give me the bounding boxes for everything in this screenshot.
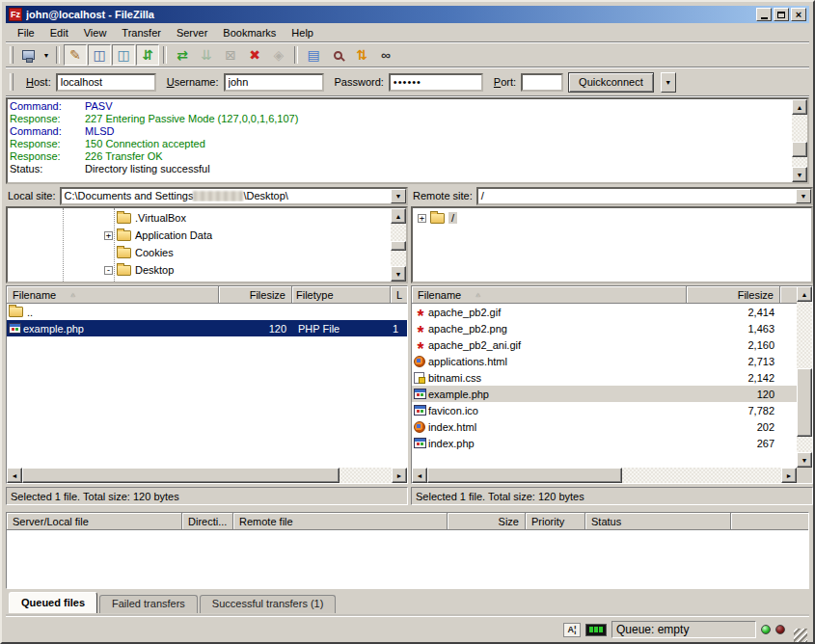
local-site-label: Local site: xyxy=(6,190,56,201)
quickconnect-bar: Host: Username: Password: Port: Quickcon… xyxy=(6,68,809,95)
minimize-button[interactable] xyxy=(756,8,772,21)
password-input[interactable] xyxy=(389,73,483,92)
filter-button[interactable]: ▤ xyxy=(302,44,325,66)
column-last-modified[interactable]: L xyxy=(391,286,407,304)
disconnect-button[interactable]: ✖ xyxy=(243,44,266,66)
close-button[interactable]: × xyxy=(791,8,806,21)
column-filesize[interactable]: Filesize xyxy=(687,286,780,304)
menu-bookmarks[interactable]: Bookmarks xyxy=(215,25,284,40)
remote-path: / xyxy=(478,190,796,201)
local-site-combo[interactable]: C:\Documents and Settings\Desktop\ ▼ xyxy=(60,187,408,205)
column-size[interactable]: Size xyxy=(448,513,526,530)
collapse-icon[interactable]: - xyxy=(104,266,113,275)
username-input[interactable] xyxy=(224,73,324,92)
column-direction[interactable]: Directi... xyxy=(182,513,233,530)
file-row-example-php[interactable]: example.php 120 PHP File 1 xyxy=(7,320,407,336)
file-row[interactable]: apache_pb2.png1,463 xyxy=(412,320,797,336)
scroll-left-button[interactable]: ◄ xyxy=(412,468,427,483)
process-queue-button[interactable]: ⇊ xyxy=(195,44,218,66)
file-row-parent-dir[interactable]: .. xyxy=(7,304,407,320)
file-row[interactable]: applications.html2,713 xyxy=(412,353,797,369)
expand-icon[interactable]: + xyxy=(104,231,113,240)
menu-transfer[interactable]: Transfer xyxy=(114,25,169,40)
site-manager-dropdown[interactable]: ▼ xyxy=(41,44,52,66)
remote-list-hscrollbar[interactable]: ◄ ► xyxy=(412,468,797,483)
remote-site-combo[interactable]: / ▼ xyxy=(476,187,813,205)
local-tree-scrollbar[interactable]: ▲ ▼ xyxy=(391,208,406,282)
column-filename[interactable]: Filename xyxy=(412,286,687,304)
local-site-dropdown[interactable]: ▼ xyxy=(391,189,406,203)
site-manager-button[interactable] xyxy=(16,44,40,66)
compare-button[interactable] xyxy=(326,44,349,66)
menu-help[interactable]: Help xyxy=(284,25,321,40)
tab-successful-transfers[interactable]: Successful transfers (1) xyxy=(200,595,337,613)
selected-tree-label: / xyxy=(448,212,457,224)
file-row[interactable]: favicon.ico7,782 xyxy=(412,402,797,418)
column-filesize[interactable]: Filesize xyxy=(219,286,292,304)
tree-item-desktop[interactable]: -Desktop xyxy=(8,261,391,279)
tree-item-root[interactable]: + / xyxy=(413,209,811,227)
column-priority[interactable]: Priority xyxy=(526,513,585,530)
column-status[interactable]: Status xyxy=(585,513,731,530)
toggle-remote-tree-button[interactable]: ◫ xyxy=(112,44,135,66)
scroll-up-button[interactable]: ▲ xyxy=(391,208,406,224)
maximize-button[interactable] xyxy=(774,8,789,21)
column-filename[interactable]: Filename xyxy=(7,286,219,304)
scrollbar-thumb[interactable] xyxy=(391,241,406,251)
scrollbar-thumb[interactable] xyxy=(427,468,622,483)
scroll-right-button[interactable]: ► xyxy=(781,468,797,483)
scroll-up-button[interactable]: ▲ xyxy=(797,286,812,302)
cancel-button[interactable]: ⊠ xyxy=(219,44,242,66)
scroll-down-button[interactable]: ▼ xyxy=(797,452,812,468)
scrollbar-thumb[interactable] xyxy=(792,142,807,157)
html-file-icon xyxy=(414,356,425,367)
image-file-icon xyxy=(414,308,427,317)
scrollbar-thumb[interactable] xyxy=(797,368,812,438)
remote-site-dropdown[interactable]: ▼ xyxy=(796,189,811,203)
host-input[interactable] xyxy=(56,73,156,92)
remote-list-vscrollbar[interactable]: ▲ ▼ xyxy=(797,286,812,468)
title-bar: Fz john@localhost - FileZilla × xyxy=(6,6,809,23)
column-server-local-file[interactable]: Server/Local file xyxy=(7,513,182,530)
column-filetype[interactable]: Filetype xyxy=(292,286,391,304)
scrollbar-thumb[interactable] xyxy=(22,468,340,483)
scroll-down-button[interactable]: ▼ xyxy=(391,266,406,282)
log-scrollbar[interactable]: ▲ ▼ xyxy=(792,99,807,182)
tab-failed-transfers[interactable]: Failed transfers xyxy=(99,595,198,613)
tree-item-cookies[interactable]: Cookies xyxy=(8,244,391,261)
file-row[interactable]: index.html202 xyxy=(412,418,797,435)
file-row[interactable]: apache_pb2.gif2,414 xyxy=(412,304,797,320)
toggle-queue-button[interactable]: ⇵ xyxy=(136,44,159,66)
reconnect-icon: ◈ xyxy=(270,46,287,64)
sync-browse-icon: ⇅ xyxy=(353,46,370,64)
resize-grip[interactable] xyxy=(794,629,807,642)
refresh-button[interactable]: ⇄ xyxy=(171,44,194,66)
file-row-selected[interactable]: example.php120 xyxy=(412,386,797,402)
file-row[interactable]: apache_pb2_ani.gif2,160 xyxy=(412,336,797,353)
column-remote-file[interactable]: Remote file xyxy=(233,513,448,530)
scroll-up-button[interactable]: ▲ xyxy=(792,99,807,115)
quickconnect-button[interactable]: Quickconnect xyxy=(568,72,654,93)
menu-server[interactable]: Server xyxy=(169,25,215,40)
tree-item-application-data[interactable]: +Application Data xyxy=(8,227,391,244)
reconnect-button[interactable]: ◈ xyxy=(267,44,290,66)
scroll-down-button[interactable]: ▼ xyxy=(792,167,807,182)
menu-file[interactable]: File xyxy=(10,25,42,40)
file-row[interactable]: index.php267 xyxy=(412,435,797,451)
scroll-right-button[interactable]: ► xyxy=(392,468,407,483)
local-list-hscrollbar[interactable]: ◄ ► xyxy=(7,468,407,483)
scroll-left-button[interactable]: ◄ xyxy=(7,468,22,483)
sync-browse-button[interactable]: ⇅ xyxy=(350,44,373,66)
toggle-message-log-button[interactable]: ✎ xyxy=(64,44,87,66)
menu-edit[interactable]: Edit xyxy=(42,25,76,40)
tree-item-virtualbox[interactable]: .VirtualBox xyxy=(8,209,391,227)
port-input[interactable] xyxy=(521,73,563,92)
tab-queued-files[interactable]: Queued files xyxy=(9,592,97,613)
compare-icon xyxy=(334,51,342,60)
file-row[interactable]: bitnami.css2,142 xyxy=(412,369,797,386)
menu-view[interactable]: View xyxy=(76,25,115,40)
toggle-local-tree-button[interactable]: ◫ xyxy=(88,44,111,66)
quickconnect-dropdown[interactable]: ▼ xyxy=(661,72,676,93)
expand-icon[interactable]: + xyxy=(418,214,426,223)
find-button[interactable]: ∞ xyxy=(374,44,397,66)
